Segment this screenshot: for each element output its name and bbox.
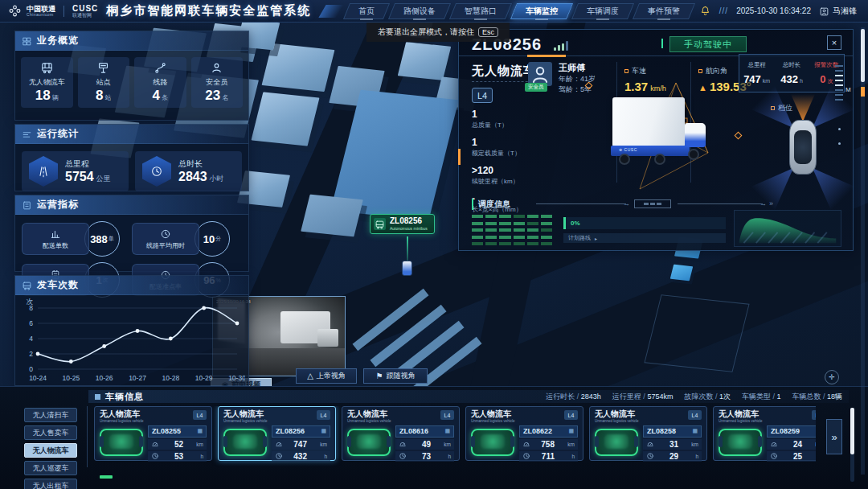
vehicle-hours-value: 53 xyxy=(162,452,183,461)
spec-value: 1 xyxy=(472,137,522,148)
l4-badge: L4 xyxy=(564,410,578,420)
follow-view-button[interactable]: ⚑ 跟随视角 xyxy=(363,368,428,384)
page-scrollbar xyxy=(861,27,865,475)
metric-label: 线路平均用时 xyxy=(146,241,185,250)
vehicle-card[interactable]: 无人物流车 Unmanned logistics vehicle L4 ZL08… xyxy=(589,406,707,461)
hexagon-badge xyxy=(142,156,171,187)
spec-value: 1 xyxy=(472,109,522,120)
overview-stat-label: 安全员 xyxy=(206,77,227,88)
run-stat-label: 总里程 xyxy=(65,158,111,170)
fullscreen-exit-toast: 若要退出全屏模式，请按住 Esc xyxy=(366,23,510,42)
dispatch-slider[interactable] xyxy=(634,199,671,208)
esc-key: Esc xyxy=(478,27,498,37)
svg-text:0: 0 xyxy=(29,365,33,373)
alarm-icon[interactable] xyxy=(699,5,711,17)
vehicle-type-tab[interactable]: 无人出租车 xyxy=(24,479,77,489)
section-bullet xyxy=(95,394,100,400)
vehicle-info-section: 车辆信息 运行时长2843h 运行里程5754km 故障次数1次 车辆类型1 车… xyxy=(0,386,868,489)
plate-box: ZL08258▦ xyxy=(643,425,702,438)
plate-icon: ▦ xyxy=(197,428,203,434)
overview-stat: 站点 8站 xyxy=(78,57,130,108)
vehicle-map-marker[interactable]: ZL08256 Autonomous minibus xyxy=(370,214,435,234)
unicom-name-en: Chinaunicom xyxy=(27,13,55,17)
total-stat-value: 0 xyxy=(820,73,825,85)
overview-stat-value: 4 xyxy=(153,88,160,103)
vehicle-card-subtitle: Unmanned logistics vehicle xyxy=(347,419,391,423)
plate-icon: ▦ xyxy=(444,428,450,434)
nav-tab[interactable]: 车辆调度 xyxy=(571,3,634,19)
vehicle-card[interactable]: 无人物流车 Unmanned logistics vehicle L4 ZL08… xyxy=(465,406,583,461)
vehicle-top-view-icon xyxy=(471,429,514,456)
plate-box: ZL08256▦ xyxy=(272,425,330,438)
marker-vehicle-sprite xyxy=(402,261,412,276)
station-icon xyxy=(96,61,110,75)
god-view-button[interactable]: △ 上帝视角 xyxy=(296,368,357,384)
next-page-button[interactable]: » xyxy=(826,419,842,454)
run-stat-value: 2843 xyxy=(178,170,207,183)
driving-mode-button[interactable]: 手动驾驶中 xyxy=(669,36,747,52)
svg-text:10-30: 10-30 xyxy=(228,374,245,382)
map-building xyxy=(398,42,451,80)
clock-icon xyxy=(770,452,778,460)
map-building xyxy=(301,195,362,237)
total-stat: 总时长 432h xyxy=(774,61,809,86)
close-icon[interactable]: × xyxy=(827,35,841,50)
total-stat-unit: km xyxy=(763,78,770,84)
dispatch-route-bar[interactable]: 计划路线▸ xyxy=(563,233,726,243)
truck-3d-view: ⊛ CUSC xyxy=(608,92,710,179)
metric-unit: 分 xyxy=(215,235,221,243)
plate-box: ZL08259▦ xyxy=(767,425,816,438)
summary-item: 运行时长2843h xyxy=(546,392,601,402)
cards-scrollbar-thumb[interactable] xyxy=(850,408,854,454)
svg-text:10-24: 10-24 xyxy=(29,374,47,382)
vehicle-card[interactable]: 无人物流车 Unmanned logistics vehicle L4 ZL08… xyxy=(218,406,336,461)
totals-box: 总里程 747km 总时长 432h 报警次数 0次 xyxy=(739,54,845,92)
vehicle-card-subtitle: Unmanned logistics vehicle xyxy=(595,419,639,423)
vehicle-type-tab[interactable]: 无人巡逻车 xyxy=(24,461,77,475)
decor-slashes: /// xyxy=(719,6,728,15)
vehicle-type-tab[interactable]: 无人售卖车 xyxy=(24,425,77,440)
follow-view-icon: ⚑ xyxy=(376,372,383,380)
nav-tab[interactable]: 首页 xyxy=(343,3,390,19)
l4-badge: L4 xyxy=(317,410,330,420)
overview-stat-unit: 条 xyxy=(162,94,168,101)
vehicle-card[interactable]: 无人物流车 Unmanned logistics vehicle L4 ZL08… xyxy=(713,406,816,461)
compass-icon[interactable]: ✛ xyxy=(825,370,839,384)
runstats-section-icon xyxy=(22,129,32,139)
nav-tab[interactable]: 路侧设备 xyxy=(388,3,451,19)
svg-text:4: 4 xyxy=(29,335,33,343)
plate-box: ZL08255▦ xyxy=(148,425,207,438)
guard-icon xyxy=(210,61,223,75)
km-unit: km xyxy=(815,442,816,447)
vehicle-hours-value: 29 xyxy=(657,452,678,461)
vehicle-card[interactable]: 无人物流车 Unmanned logistics vehicle L4 ZL08… xyxy=(94,406,212,461)
svg-text:6: 6 xyxy=(29,319,33,327)
spec-label: 总质量（T） xyxy=(472,121,522,129)
vehicle-card[interactable]: 无人物流车 Unmanned logistics vehicle L4 ZL08… xyxy=(342,406,460,461)
vehicle-km-value: 52 xyxy=(162,440,183,449)
nav-tab[interactable]: 智慧路口 xyxy=(449,3,512,19)
vehicle-card-type: 无人物流车 xyxy=(471,410,515,419)
plate-icon: ▦ xyxy=(321,428,326,434)
km-unit: km xyxy=(567,442,575,447)
section-title: 运行统计 xyxy=(37,127,79,141)
l4-badge: L4 xyxy=(193,410,207,420)
panel-business-overview: 业务概览 无人物流车 18辆 站点 8站 线路 4条 安全员 23名 xyxy=(14,31,249,121)
nav-tab-label: 车辆监控 xyxy=(526,6,558,17)
spec-value: >120 xyxy=(472,165,522,176)
user-menu[interactable]: 马湘锋 xyxy=(819,6,857,17)
clock-icon xyxy=(522,452,530,460)
page-scrollbar-thumb[interactable] xyxy=(861,29,865,82)
metric-circle: 10分 xyxy=(194,221,230,257)
vehicle-type-tab[interactable]: 无人清扫车 xyxy=(24,408,77,422)
map-building xyxy=(262,43,335,92)
route-icon xyxy=(154,61,167,75)
gauge-icon xyxy=(151,440,159,448)
bus-icon xyxy=(22,280,32,290)
user-name: 马湘锋 xyxy=(833,6,857,17)
nav-tab-label: 事件预警 xyxy=(648,6,680,17)
l4-badge: L4 xyxy=(812,410,816,420)
nav-tab[interactable]: 事件预警 xyxy=(633,3,695,19)
vehicle-type-tab[interactable]: 无人物流车 xyxy=(24,443,77,458)
nav-tab[interactable]: 车辆监控 xyxy=(510,3,573,19)
